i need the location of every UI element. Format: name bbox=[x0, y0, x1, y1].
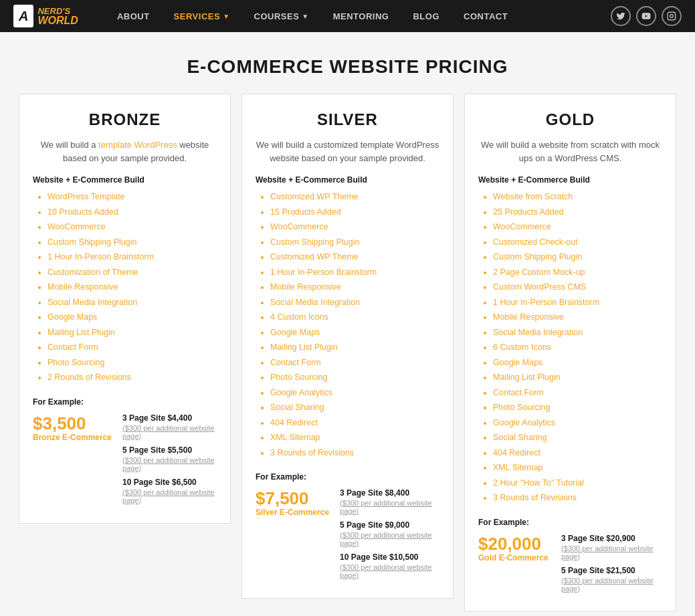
feature-text: Google Maps bbox=[47, 312, 97, 322]
feature-text: 2 Rounds of Revisions bbox=[47, 373, 131, 382]
nav-blog[interactable]: BLOG bbox=[401, 0, 452, 32]
price-tiers: 3 Page Site $8,400 ($300 per additional … bbox=[340, 488, 439, 585]
feature-text: Customized WP Theme bbox=[270, 192, 359, 201]
feature-text: Mailing List Plugin bbox=[270, 342, 338, 352]
feature-text: WordPress Template bbox=[47, 192, 125, 201]
feature-text: 1 Hour In-Person Brainstorm bbox=[493, 298, 599, 307]
feature-item: Custom WordPress CMS bbox=[493, 282, 662, 294]
feature-item: 3 Rounds of Revisions bbox=[270, 447, 439, 459]
feature-text: 6 Custom Icons bbox=[493, 342, 551, 352]
feature-item: Mailing List Plugin bbox=[270, 342, 439, 354]
nav-contact[interactable]: CONTACT bbox=[452, 0, 520, 32]
card-desc: We will build a template WordPress websi… bbox=[33, 138, 217, 165]
logo-box: A bbox=[13, 5, 33, 27]
feature-text: Social Media Integration bbox=[493, 328, 583, 337]
pricing-footer: For Example: $20,000 Gold E-Commerce 3 P… bbox=[478, 518, 662, 598]
price-main-left: $20,000 Gold E-Commerce bbox=[478, 534, 551, 564]
feature-text: WooCommerce bbox=[47, 222, 106, 231]
card-desc: We will build a website from scratch wit… bbox=[478, 138, 662, 165]
feature-text: Photo Sourcing bbox=[47, 358, 104, 367]
price-tier-label: 3 Page Site $4,400 bbox=[122, 413, 217, 423]
section-label: Website + E-Commerce Build bbox=[256, 175, 439, 185]
nav-about[interactable]: ABOUT bbox=[105, 0, 162, 32]
twitter-icon[interactable] bbox=[611, 6, 631, 26]
feature-list: WordPress Template10 Products AddedWooCo… bbox=[33, 191, 217, 384]
section-label: Website + E-Commerce Build bbox=[478, 175, 662, 185]
price-tier-label: 3 Page Site $20,900 bbox=[561, 534, 662, 543]
feature-item: Customized WP Theme bbox=[270, 191, 439, 203]
feature-item: XML Sitemap bbox=[270, 432, 439, 444]
feature-item: Mobile Responsive bbox=[270, 282, 439, 294]
nav-services[interactable]: SERVICES ▼ bbox=[162, 0, 242, 32]
feature-text: Social Media Integration bbox=[47, 298, 137, 307]
feature-item: 1 Hour In-Person Brainstorm bbox=[270, 267, 439, 279]
feature-text: 2 Hour "How To" Tutorial bbox=[493, 478, 584, 488]
feature-text: Social Sharing bbox=[493, 433, 547, 442]
feature-text: Custom Shipping Plugin bbox=[47, 237, 136, 247]
price-tiers: 3 Page Site $20,900 ($300 per additional… bbox=[561, 534, 662, 598]
feature-text: 4 Custom Icons bbox=[270, 312, 328, 322]
feature-item: Contact Form bbox=[493, 387, 662, 399]
svg-rect-1 bbox=[668, 12, 676, 20]
price-tier-note: ($300 per additional website page) bbox=[340, 531, 439, 547]
price-tier-label: 5 Page Site $5,500 bbox=[122, 445, 217, 455]
feature-item: Custom Shipping Plugin bbox=[270, 237, 439, 249]
feature-item: 4 Custom Icons bbox=[270, 312, 439, 324]
section-label: Website + E-Commerce Build bbox=[33, 175, 217, 185]
feature-list: Customized WP Theme15 Products AddedWooC… bbox=[256, 191, 439, 459]
feature-item: 2 Rounds of Revisions bbox=[47, 372, 217, 384]
price-main-block: $20,000 Gold E-Commerce 3 Page Site $20,… bbox=[478, 534, 662, 598]
feature-item: Customized Check-out bbox=[493, 237, 662, 249]
card-title: BRONZE bbox=[33, 110, 217, 129]
price-tier-label: 3 Page Site $8,400 bbox=[340, 488, 439, 498]
feature-text: 1 Hour In-Person Brainstorm bbox=[47, 252, 154, 262]
feature-item: Custom Shipping Plugin bbox=[47, 237, 217, 249]
feature-text: Google Maps bbox=[493, 358, 542, 367]
youtube-icon[interactable] bbox=[636, 6, 656, 26]
feature-text: Custom Shipping Plugin bbox=[270, 237, 359, 247]
courses-arrow: ▼ bbox=[302, 13, 308, 20]
pricing-card-bronze: BRONZE We will build a template WordPres… bbox=[19, 94, 231, 524]
price-main-block: $3,500 Bronze E-Commerce 3 Page Site $4,… bbox=[33, 413, 217, 510]
instagram-icon[interactable] bbox=[662, 6, 682, 26]
price-main-block: $7,500 Silver E-Commerce 3 Page Site $8,… bbox=[256, 488, 439, 585]
feature-text: Mobile Responsive bbox=[270, 282, 341, 292]
nav-courses[interactable]: COURSES ▼ bbox=[242, 0, 321, 32]
feature-text: Mailing List Plugin bbox=[493, 373, 561, 382]
feature-text: Contact Form bbox=[47, 342, 98, 352]
desc-link[interactable]: template WordPress bbox=[98, 140, 177, 150]
feature-item: 6 Custom Icons bbox=[493, 342, 662, 354]
feature-item: Custom Shipping Plugin bbox=[493, 251, 662, 264]
feature-item: Social Media Integration bbox=[47, 297, 217, 309]
svg-point-2 bbox=[670, 15, 674, 18]
feature-text: 1 Hour In-Person Brainstorm bbox=[270, 268, 377, 277]
feature-text: Customization of Theme bbox=[47, 268, 138, 277]
feature-text: 10 Products Added bbox=[47, 207, 118, 217]
feature-text: Contact Form bbox=[493, 388, 544, 397]
feature-text: Custom WordPress CMS bbox=[493, 282, 586, 292]
feature-text: 3 Rounds of Revisions bbox=[493, 493, 577, 502]
svg-point-3 bbox=[674, 13, 674, 14]
feature-item: Contact Form bbox=[47, 342, 217, 354]
card-title: GOLD bbox=[478, 110, 662, 129]
feature-item: Google Maps bbox=[47, 312, 217, 324]
feature-item: Photo Sourcing bbox=[47, 357, 217, 369]
price-tier-note: ($300 per additional website page) bbox=[122, 456, 217, 472]
for-example: For Example: bbox=[478, 518, 662, 527]
feature-item: Mailing List Plugin bbox=[47, 327, 217, 339]
logo[interactable]: A NERD'S WORLD bbox=[13, 5, 78, 27]
feature-item: Social Sharing bbox=[493, 432, 662, 444]
feature-item: 2 Hour "How To" Tutorial bbox=[493, 478, 662, 490]
price-tier-note: ($300 per additional website page) bbox=[340, 563, 439, 579]
feature-text: 404 Redirect bbox=[270, 418, 318, 427]
price-main-left: $7,500 Silver E-Commerce bbox=[256, 488, 329, 518]
nav-mentoring[interactable]: MENTORING bbox=[321, 0, 401, 32]
feature-text: Customized WP Theme bbox=[270, 252, 359, 262]
price-tier-label: 10 Page Site $6,500 bbox=[122, 478, 217, 487]
feature-item: Mobile Responsive bbox=[47, 282, 217, 294]
feature-text: Mobile Responsive bbox=[493, 312, 564, 322]
feature-item: 10 Products Added bbox=[47, 207, 217, 219]
feature-item: 15 Products Added bbox=[270, 207, 439, 219]
services-arrow: ▼ bbox=[223, 13, 229, 20]
feature-text: Social Media Integration bbox=[270, 298, 360, 307]
